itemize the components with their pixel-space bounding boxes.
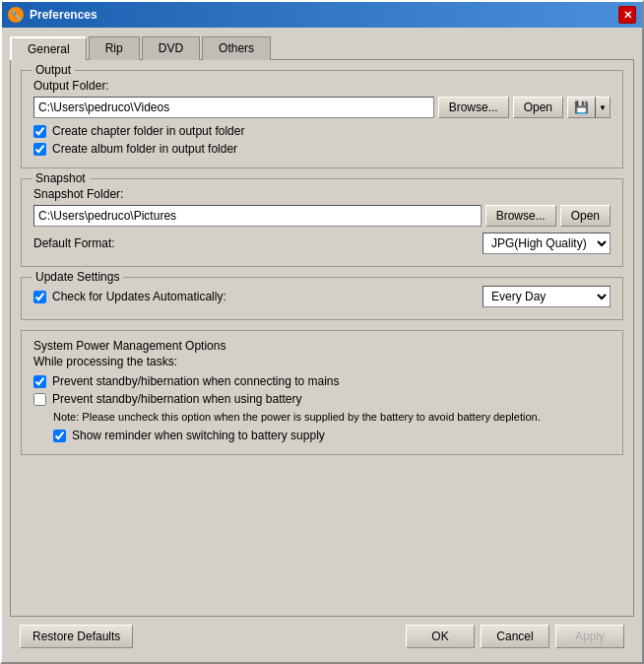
format-select[interactable]: JPG(High Quality) PNG BMP — [483, 232, 611, 254]
update-section: Update Settings Check for Updates Automa… — [21, 277, 623, 320]
restore-defaults-button[interactable]: Restore Defaults — [20, 625, 133, 648]
output-folder-input[interactable] — [33, 97, 434, 118]
apply-button[interactable]: Apply — [555, 625, 624, 648]
window-title: Preferences — [30, 8, 97, 22]
update-frequency-select[interactable]: Every Day Every Week Every Month Never — [483, 286, 611, 307]
update-legend: Update Settings — [32, 270, 123, 284]
update-row: Check for Updates Automatically: Every D… — [33, 286, 611, 307]
tab-general[interactable]: General — [10, 36, 87, 60]
create-album-folder-label: Create album folder in output folder — [52, 142, 237, 156]
snapshot-folder-input[interactable] — [33, 205, 482, 227]
format-label: Default Format: — [33, 236, 115, 250]
power-section: System Power Management Options While pr… — [21, 330, 623, 455]
create-chapter-folder-label: Create chapter folder in output folder — [52, 124, 244, 138]
output-save-button[interactable]: 💾 — [567, 97, 595, 118]
power-title: System Power Management Options — [33, 339, 611, 353]
battery-note: Note: Please uncheck this option when th… — [53, 410, 611, 425]
output-section: Output Output Folder: Browse... Open 💾 ▼… — [21, 70, 623, 168]
create-album-folder-row: Create album folder in output folder — [33, 142, 611, 156]
ok-button[interactable]: OK — [406, 625, 475, 648]
auto-update-checkbox[interactable] — [33, 291, 46, 303]
bottom-bar: Restore Defaults OK Cancel Apply — [10, 617, 634, 654]
auto-update-label: Check for Updates Automatically: — [52, 290, 226, 303]
output-folder-label: Output Folder: — [33, 79, 611, 93]
tab-dvd[interactable]: DVD — [142, 36, 200, 60]
snapshot-folder-label: Snapshot Folder: — [33, 187, 611, 201]
prevent-battery-label: Prevent standby/hibernation when using b… — [52, 392, 302, 406]
cancel-button[interactable]: Cancel — [481, 625, 549, 648]
format-row: Default Format: JPG(High Quality) PNG BM… — [33, 232, 611, 254]
tab-content: Output Output Folder: Browse... Open 💾 ▼… — [10, 59, 634, 617]
snapshot-browse-button[interactable]: Browse... — [485, 205, 556, 227]
output-legend: Output — [32, 63, 75, 77]
snapshot-section: Snapshot Snapshot Folder: Browse... Open… — [21, 178, 623, 267]
show-reminder-checkbox[interactable] — [53, 430, 66, 442]
power-subtitle: While processing the tasks: — [33, 355, 611, 368]
prevent-battery-row: Prevent standby/hibernation when using b… — [33, 392, 611, 406]
title-bar: 🔧 Preferences ✕ — [2, 2, 642, 28]
output-extra-split: 💾 ▼ — [567, 97, 611, 118]
tab-rip[interactable]: Rip — [89, 36, 140, 60]
snapshot-legend: Snapshot — [32, 171, 90, 185]
output-arrow-button[interactable]: ▼ — [595, 97, 611, 118]
app-icon: 🔧 — [8, 7, 24, 23]
output-browse-button[interactable]: Browse... — [438, 97, 509, 118]
tab-others[interactable]: Others — [202, 36, 271, 60]
output-folder-row: Browse... Open 💾 ▼ — [33, 97, 611, 118]
show-reminder-row: Show reminder when switching to battery … — [53, 429, 611, 442]
show-reminder-label: Show reminder when switching to battery … — [72, 429, 325, 442]
prevent-mains-checkbox[interactable] — [33, 375, 46, 388]
tabs-bar: General Rip DVD Others — [10, 35, 634, 59]
create-album-folder-checkbox[interactable] — [33, 143, 46, 156]
snapshot-open-button[interactable]: Open — [560, 205, 611, 227]
prevent-battery-checkbox[interactable] — [33, 393, 46, 406]
snapshot-folder-row: Browse... Open — [33, 205, 611, 227]
create-chapter-folder-checkbox[interactable] — [33, 125, 46, 138]
prevent-mains-row: Prevent standby/hibernation when connect… — [33, 374, 611, 388]
prevent-mains-label: Prevent standby/hibernation when connect… — [52, 374, 340, 388]
create-chapter-folder-row: Create chapter folder in output folder — [33, 124, 611, 138]
close-button[interactable]: ✕ — [618, 6, 636, 24]
preferences-window: 🔧 Preferences ✕ General Rip DVD Others O… — [0, 0, 644, 664]
window-body: General Rip DVD Others Output Output Fol… — [2, 28, 642, 662]
output-open-button[interactable]: Open — [513, 97, 563, 118]
